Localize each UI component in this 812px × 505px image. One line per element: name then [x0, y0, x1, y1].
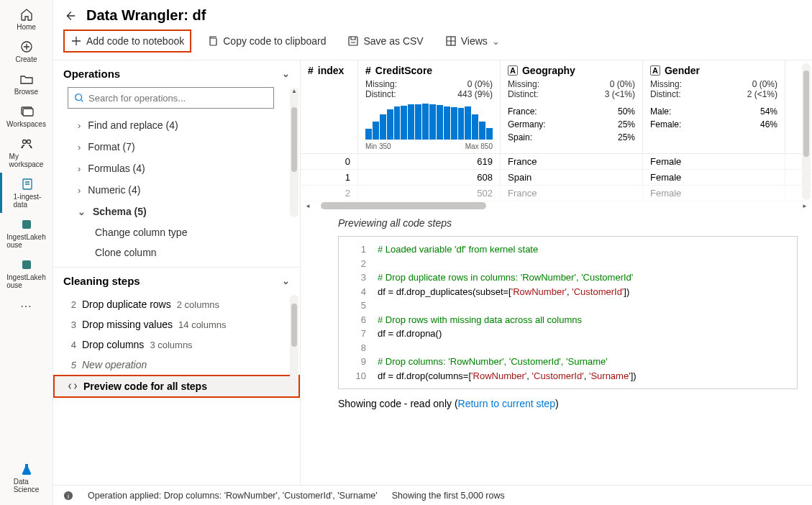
chevron-down-icon: ⌄: [78, 206, 86, 217]
table-row[interactable]: 0619FranceFemale: [301, 154, 812, 170]
svg-point-3: [22, 140, 26, 144]
data-grid: 0619FranceFemale 1608SpainFemale 2502Fra…: [301, 154, 812, 201]
save-csv-button[interactable]: Save as CSV: [342, 31, 429, 51]
h-scrollbar[interactable]: ◄ ►: [301, 201, 812, 210]
op-formulas[interactable]: ›Formulas (4): [63, 158, 290, 179]
plus-icon: [70, 35, 82, 47]
text-icon: A: [508, 65, 518, 76]
step-4[interactable]: 4Drop columns3 columns: [53, 335, 300, 355]
add-code-button[interactable]: Add code to notebook: [63, 29, 191, 53]
lakehouse-icon: [19, 258, 34, 272]
copy-code-button[interactable]: Copy code to clipboard: [201, 31, 332, 51]
op-format[interactable]: ›Format (7): [63, 136, 290, 158]
nav-lakehouse-2[interactable]: IngestLakehouse: [0, 253, 53, 294]
search-input[interactable]: [68, 87, 274, 109]
chevron-right-icon: ›: [78, 185, 81, 196]
steps-header[interactable]: Cleaning steps ⌄: [53, 268, 300, 294]
svg-rect-2: [23, 109, 33, 116]
nav-data-science[interactable]: DataScience: [0, 458, 53, 498]
views-button[interactable]: Views ⌄: [439, 31, 506, 51]
table-row[interactable]: 2502FranceFemale: [301, 186, 812, 201]
table-row[interactable]: 1608SpainFemale: [301, 170, 812, 186]
op-find-replace[interactable]: ›Find and replace (4): [63, 114, 290, 136]
code-icon: [68, 381, 78, 391]
back-icon[interactable]: [63, 9, 76, 22]
col-creditscore[interactable]: #CreditScore Missing:0 (0%) Distinct:443…: [358, 60, 501, 153]
creditscore-histogram: [365, 104, 493, 140]
nav-lakehouse-1[interactable]: IngestLakehouse: [0, 213, 53, 253]
workspaces-icon: [19, 104, 34, 119]
status-rows: Showing the first 5,000 rows: [392, 491, 505, 501]
plus-circle-icon: [19, 40, 34, 54]
people-icon: [19, 137, 34, 151]
hash-icon: #: [308, 65, 314, 76]
svg-text:i: i: [68, 492, 69, 499]
notebook-icon: [20, 177, 35, 191]
header: Data Wrangler: df: [53, 0, 812, 29]
svg-rect-7: [22, 260, 31, 269]
code-footer: Showing code - read only (Return to curr…: [338, 389, 798, 418]
nav-more[interactable]: ⋯: [20, 299, 33, 313]
step-5-new[interactable]: 5New operation: [53, 355, 300, 375]
column-headers: #index #CreditScore Missing:0 (0%) Disti…: [301, 60, 812, 154]
svg-point-11: [76, 94, 82, 101]
nav-workspaces[interactable]: Workspaces: [0, 100, 53, 132]
nav-home[interactable]: Home: [0, 3, 53, 35]
text-icon: A: [650, 65, 660, 76]
ops-scrollbar[interactable]: ▲: [290, 88, 298, 217]
chevron-down-icon: ⌄: [492, 36, 500, 47]
code-preview-title: Previewing all code steps: [338, 217, 798, 229]
lakehouse-icon: [19, 217, 34, 232]
page-title: Data Wrangler: df: [86, 7, 206, 24]
chevron-down-icon: ⌄: [282, 68, 290, 79]
steps-scrollbar[interactable]: [290, 295, 298, 396]
nav-browse[interactable]: Browse: [0, 68, 53, 100]
info-icon: i: [63, 491, 73, 501]
col-geography[interactable]: AGeography Missing:0 (0%) Distinct:3 (<1…: [501, 60, 643, 153]
step-3[interactable]: 3Drop missing values14 columns: [53, 314, 300, 335]
nav-rail: Home Create Browse Workspaces Myworkspac…: [0, 0, 53, 505]
search-icon: [74, 93, 84, 103]
status-applied: Operation applied: Drop columns: 'RowNum…: [88, 491, 378, 501]
col-v-scrollbar[interactable]: [802, 63, 811, 200]
nav-ingest-data[interactable]: 1-ingest-data: [0, 173, 53, 213]
copy-icon: [207, 35, 219, 47]
svg-rect-9: [349, 37, 357, 45]
status-bar: i Operation applied: Drop columns: 'RowN…: [53, 485, 812, 505]
col-index[interactable]: #index: [301, 60, 358, 153]
op-clone-column[interactable]: Clone column: [63, 242, 290, 263]
op-numeric[interactable]: ›Numeric (4): [63, 179, 290, 201]
operations-header[interactable]: Operations ⌄: [53, 60, 300, 87]
grid-icon: [445, 35, 457, 47]
col-gender[interactable]: AGender Missing:0 (0%) Distinct:2 (<1%) …: [643, 60, 785, 153]
svg-point-4: [27, 140, 30, 144]
home-icon: [19, 7, 34, 22]
svg-rect-8: [210, 38, 216, 45]
chevron-down-icon: ⌄: [282, 276, 290, 286]
svg-rect-6: [22, 220, 31, 229]
chevron-right-icon: ›: [78, 142, 81, 153]
code-editor: 1# Loaded variable 'df' from kernel stat…: [338, 236, 798, 389]
toolbar: Add code to notebook Copy code to clipbo…: [53, 29, 812, 60]
folder-icon: [19, 72, 34, 86]
op-schema[interactable]: ⌄Schema (5): [63, 201, 290, 222]
save-icon: [347, 35, 359, 47]
chevron-right-icon: ›: [78, 120, 81, 131]
nav-myworkspace[interactable]: Myworkspace: [0, 132, 53, 173]
op-change-column-type[interactable]: Change column type: [63, 222, 290, 242]
step-2[interactable]: 2Drop duplicate rows2 columns: [53, 294, 300, 314]
hash-icon: #: [365, 65, 371, 76]
flask-icon: [19, 462, 34, 476]
chevron-right-icon: ›: [78, 163, 81, 174]
preview-code-all-steps[interactable]: Preview code for all steps: [53, 375, 300, 398]
nav-create[interactable]: Create: [0, 35, 53, 68]
return-to-step-link[interactable]: Return to current step: [458, 398, 555, 409]
